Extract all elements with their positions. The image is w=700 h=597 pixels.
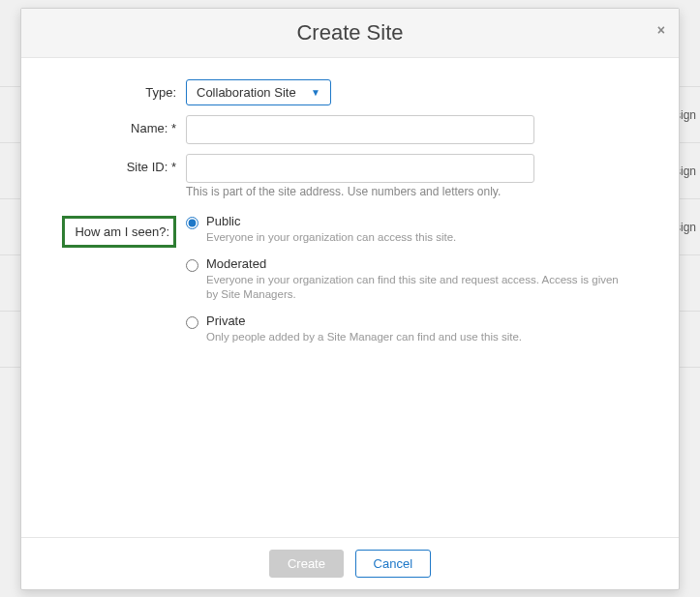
modal-body: Type: Collaboration Site ▼ Name: * Site …	[21, 58, 679, 537]
radio-moderated-label: Moderated	[206, 256, 632, 271]
radio-private-desc: Only people added by a Site Manager can …	[206, 330, 522, 344]
visibility-option-private[interactable]: Private Only people added by a Site Mana…	[186, 313, 650, 344]
field-type: Type: Collaboration Site ▼	[50, 79, 650, 105]
create-site-modal: Create Site × Type: Collaboration Site ▼…	[20, 8, 680, 590]
modal-header: Create Site ×	[21, 9, 679, 58]
radio-public[interactable]	[186, 217, 198, 229]
visibility-label-highlight: How am I seen?:	[62, 216, 176, 248]
radio-private-label: Private	[206, 313, 522, 328]
site-id-input[interactable]	[186, 154, 534, 183]
type-label: Type:	[50, 79, 186, 100]
chevron-down-icon: ▼	[311, 87, 320, 98]
name-label: Name: *	[50, 115, 186, 135]
create-button[interactable]: Create	[269, 550, 344, 578]
modal-footer: Create Cancel	[21, 537, 679, 589]
radio-public-desc: Everyone in your organization can access…	[206, 230, 456, 245]
radio-moderated-desc: Everyone in your organization can find t…	[206, 273, 632, 302]
radio-moderated[interactable]	[186, 259, 198, 272]
type-select[interactable]: Collaboration Site ▼	[186, 79, 331, 105]
close-icon[interactable]: ×	[657, 22, 665, 38]
visibility-option-public[interactable]: Public Everyone in your organization can…	[186, 214, 650, 245]
visibility-label: How am I seen?:	[75, 224, 169, 239]
field-site-id: Site ID: * This is part of the site addr…	[50, 154, 650, 198]
radio-public-label: Public	[206, 214, 456, 228]
visibility-option-moderated[interactable]: Moderated Everyone in your organization …	[186, 256, 650, 302]
modal-title: Create Site	[37, 20, 663, 45]
type-select-value: Collaboration Site	[197, 85, 296, 100]
field-visibility: How am I seen?: Public Everyone in your …	[50, 212, 650, 356]
cancel-button[interactable]: Cancel	[355, 550, 431, 578]
name-input[interactable]	[186, 115, 534, 144]
field-name: Name: *	[50, 115, 650, 144]
site-id-label: Site ID: *	[50, 154, 186, 174]
radio-private[interactable]	[186, 316, 198, 329]
site-id-help: This is part of the site address. Use nu…	[186, 185, 650, 198]
